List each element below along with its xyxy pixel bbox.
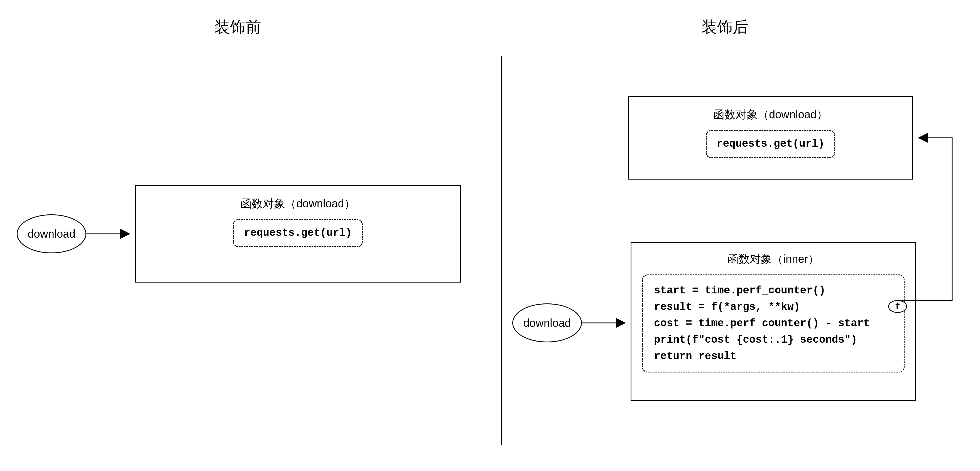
vertical-divider (501, 56, 502, 446)
heading-after: 装饰后 (702, 17, 748, 38)
box-title: 函数对象（download） (713, 107, 828, 122)
arrow-left (86, 228, 135, 239)
function-object-box-left: 函数对象（download） requests.get(url) (135, 185, 461, 283)
function-object-box-download-right: 函数对象（download） requests.get(url) (628, 96, 913, 180)
function-object-box-inner: 函数对象（inner） start = time.perf_counter() … (631, 242, 916, 401)
ellipse-download-right: download (512, 304, 582, 342)
code-box: requests.get(url) (233, 219, 363, 247)
arrow-f-to-download (902, 131, 969, 309)
ellipse-label: download (27, 228, 75, 240)
box-title: 函数对象（inner） (727, 251, 819, 267)
closure-label: f (895, 302, 900, 311)
box-title: 函数对象（download） (240, 196, 355, 211)
arrow-right-to-inner (582, 317, 631, 328)
code-box-multi: start = time.perf_counter() result = f(*… (642, 274, 905, 372)
ellipse-label: download (523, 317, 571, 329)
ellipse-download-left: download (17, 214, 86, 253)
heading-before: 装饰前 (215, 17, 261, 38)
code-box: requests.get(url) (706, 130, 835, 158)
